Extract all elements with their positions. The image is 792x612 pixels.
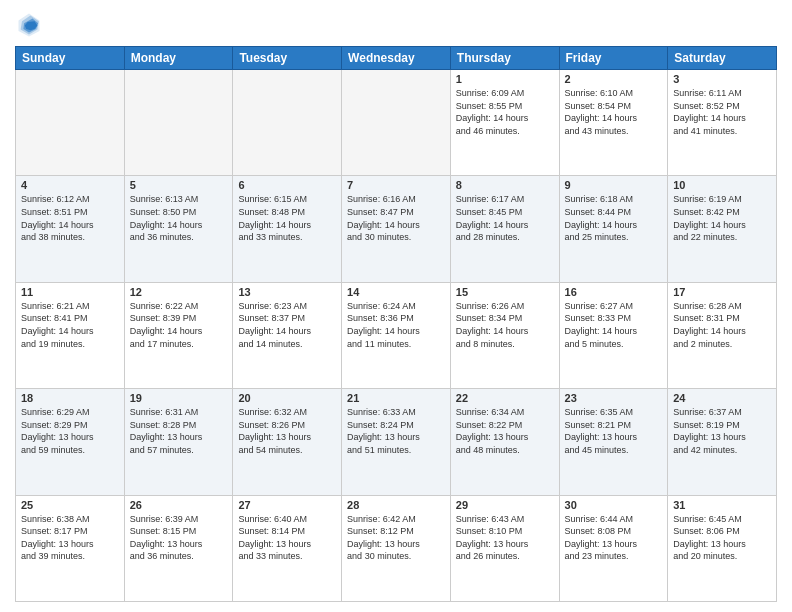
day-number: 18 [21, 392, 119, 404]
day-info: Sunrise: 6:39 AM Sunset: 8:15 PM Dayligh… [130, 513, 228, 563]
day-number: 8 [456, 179, 554, 191]
day-info: Sunrise: 6:22 AM Sunset: 8:39 PM Dayligh… [130, 300, 228, 350]
day-cell: 16Sunrise: 6:27 AM Sunset: 8:33 PM Dayli… [559, 282, 668, 388]
weekday-header-sunday: Sunday [16, 47, 125, 70]
week-row-4: 18Sunrise: 6:29 AM Sunset: 8:29 PM Dayli… [16, 389, 777, 495]
day-cell: 28Sunrise: 6:42 AM Sunset: 8:12 PM Dayli… [342, 495, 451, 601]
day-cell: 1Sunrise: 6:09 AM Sunset: 8:55 PM Daylig… [450, 70, 559, 176]
day-cell: 22Sunrise: 6:34 AM Sunset: 8:22 PM Dayli… [450, 389, 559, 495]
day-number: 21 [347, 392, 445, 404]
day-info: Sunrise: 6:34 AM Sunset: 8:22 PM Dayligh… [456, 406, 554, 456]
day-number: 19 [130, 392, 228, 404]
day-info: Sunrise: 6:09 AM Sunset: 8:55 PM Dayligh… [456, 87, 554, 137]
weekday-header-tuesday: Tuesday [233, 47, 342, 70]
weekday-header-row: SundayMondayTuesdayWednesdayThursdayFrid… [16, 47, 777, 70]
day-number: 26 [130, 499, 228, 511]
day-number: 22 [456, 392, 554, 404]
day-info: Sunrise: 6:24 AM Sunset: 8:36 PM Dayligh… [347, 300, 445, 350]
day-cell: 20Sunrise: 6:32 AM Sunset: 8:26 PM Dayli… [233, 389, 342, 495]
day-info: Sunrise: 6:31 AM Sunset: 8:28 PM Dayligh… [130, 406, 228, 456]
day-info: Sunrise: 6:35 AM Sunset: 8:21 PM Dayligh… [565, 406, 663, 456]
day-number: 28 [347, 499, 445, 511]
day-cell: 17Sunrise: 6:28 AM Sunset: 8:31 PM Dayli… [668, 282, 777, 388]
day-info: Sunrise: 6:40 AM Sunset: 8:14 PM Dayligh… [238, 513, 336, 563]
day-number: 29 [456, 499, 554, 511]
logo-icon [15, 10, 43, 38]
day-cell: 18Sunrise: 6:29 AM Sunset: 8:29 PM Dayli… [16, 389, 125, 495]
day-info: Sunrise: 6:45 AM Sunset: 8:06 PM Dayligh… [673, 513, 771, 563]
day-info: Sunrise: 6:12 AM Sunset: 8:51 PM Dayligh… [21, 193, 119, 243]
day-number: 20 [238, 392, 336, 404]
day-info: Sunrise: 6:13 AM Sunset: 8:50 PM Dayligh… [130, 193, 228, 243]
day-number: 14 [347, 286, 445, 298]
day-info: Sunrise: 6:43 AM Sunset: 8:10 PM Dayligh… [456, 513, 554, 563]
day-cell: 8Sunrise: 6:17 AM Sunset: 8:45 PM Daylig… [450, 176, 559, 282]
day-cell: 2Sunrise: 6:10 AM Sunset: 8:54 PM Daylig… [559, 70, 668, 176]
day-info: Sunrise: 6:15 AM Sunset: 8:48 PM Dayligh… [238, 193, 336, 243]
day-number: 4 [21, 179, 119, 191]
day-number: 16 [565, 286, 663, 298]
day-cell: 24Sunrise: 6:37 AM Sunset: 8:19 PM Dayli… [668, 389, 777, 495]
day-info: Sunrise: 6:28 AM Sunset: 8:31 PM Dayligh… [673, 300, 771, 350]
day-number: 24 [673, 392, 771, 404]
weekday-header-saturday: Saturday [668, 47, 777, 70]
day-number: 11 [21, 286, 119, 298]
day-number: 17 [673, 286, 771, 298]
page-container: SundayMondayTuesdayWednesdayThursdayFrid… [0, 0, 792, 612]
day-cell [342, 70, 451, 176]
day-number: 23 [565, 392, 663, 404]
day-number: 12 [130, 286, 228, 298]
day-cell: 15Sunrise: 6:26 AM Sunset: 8:34 PM Dayli… [450, 282, 559, 388]
day-info: Sunrise: 6:27 AM Sunset: 8:33 PM Dayligh… [565, 300, 663, 350]
day-number: 25 [21, 499, 119, 511]
week-row-3: 11Sunrise: 6:21 AM Sunset: 8:41 PM Dayli… [16, 282, 777, 388]
weekday-header-monday: Monday [124, 47, 233, 70]
day-cell: 23Sunrise: 6:35 AM Sunset: 8:21 PM Dayli… [559, 389, 668, 495]
day-number: 15 [456, 286, 554, 298]
day-cell: 12Sunrise: 6:22 AM Sunset: 8:39 PM Dayli… [124, 282, 233, 388]
logo [15, 10, 47, 38]
day-cell: 27Sunrise: 6:40 AM Sunset: 8:14 PM Dayli… [233, 495, 342, 601]
day-number: 5 [130, 179, 228, 191]
day-info: Sunrise: 6:10 AM Sunset: 8:54 PM Dayligh… [565, 87, 663, 137]
day-info: Sunrise: 6:32 AM Sunset: 8:26 PM Dayligh… [238, 406, 336, 456]
day-cell: 6Sunrise: 6:15 AM Sunset: 8:48 PM Daylig… [233, 176, 342, 282]
day-cell [16, 70, 125, 176]
day-number: 1 [456, 73, 554, 85]
day-number: 2 [565, 73, 663, 85]
header [15, 10, 777, 38]
day-number: 10 [673, 179, 771, 191]
weekday-header-friday: Friday [559, 47, 668, 70]
day-cell: 5Sunrise: 6:13 AM Sunset: 8:50 PM Daylig… [124, 176, 233, 282]
day-cell: 9Sunrise: 6:18 AM Sunset: 8:44 PM Daylig… [559, 176, 668, 282]
day-number: 31 [673, 499, 771, 511]
weekday-header-thursday: Thursday [450, 47, 559, 70]
day-info: Sunrise: 6:21 AM Sunset: 8:41 PM Dayligh… [21, 300, 119, 350]
day-info: Sunrise: 6:16 AM Sunset: 8:47 PM Dayligh… [347, 193, 445, 243]
day-number: 6 [238, 179, 336, 191]
day-info: Sunrise: 6:42 AM Sunset: 8:12 PM Dayligh… [347, 513, 445, 563]
day-cell: 19Sunrise: 6:31 AM Sunset: 8:28 PM Dayli… [124, 389, 233, 495]
day-info: Sunrise: 6:33 AM Sunset: 8:24 PM Dayligh… [347, 406, 445, 456]
day-cell: 30Sunrise: 6:44 AM Sunset: 8:08 PM Dayli… [559, 495, 668, 601]
day-number: 7 [347, 179, 445, 191]
day-number: 13 [238, 286, 336, 298]
calendar-table: SundayMondayTuesdayWednesdayThursdayFrid… [15, 46, 777, 602]
day-number: 3 [673, 73, 771, 85]
day-info: Sunrise: 6:18 AM Sunset: 8:44 PM Dayligh… [565, 193, 663, 243]
day-cell: 13Sunrise: 6:23 AM Sunset: 8:37 PM Dayli… [233, 282, 342, 388]
day-number: 30 [565, 499, 663, 511]
day-cell: 3Sunrise: 6:11 AM Sunset: 8:52 PM Daylig… [668, 70, 777, 176]
weekday-header-wednesday: Wednesday [342, 47, 451, 70]
day-cell: 4Sunrise: 6:12 AM Sunset: 8:51 PM Daylig… [16, 176, 125, 282]
day-info: Sunrise: 6:26 AM Sunset: 8:34 PM Dayligh… [456, 300, 554, 350]
week-row-5: 25Sunrise: 6:38 AM Sunset: 8:17 PM Dayli… [16, 495, 777, 601]
day-info: Sunrise: 6:17 AM Sunset: 8:45 PM Dayligh… [456, 193, 554, 243]
day-cell: 31Sunrise: 6:45 AM Sunset: 8:06 PM Dayli… [668, 495, 777, 601]
day-cell: 25Sunrise: 6:38 AM Sunset: 8:17 PM Dayli… [16, 495, 125, 601]
day-cell [124, 70, 233, 176]
day-cell: 26Sunrise: 6:39 AM Sunset: 8:15 PM Dayli… [124, 495, 233, 601]
day-cell: 14Sunrise: 6:24 AM Sunset: 8:36 PM Dayli… [342, 282, 451, 388]
day-cell: 10Sunrise: 6:19 AM Sunset: 8:42 PM Dayli… [668, 176, 777, 282]
day-info: Sunrise: 6:23 AM Sunset: 8:37 PM Dayligh… [238, 300, 336, 350]
